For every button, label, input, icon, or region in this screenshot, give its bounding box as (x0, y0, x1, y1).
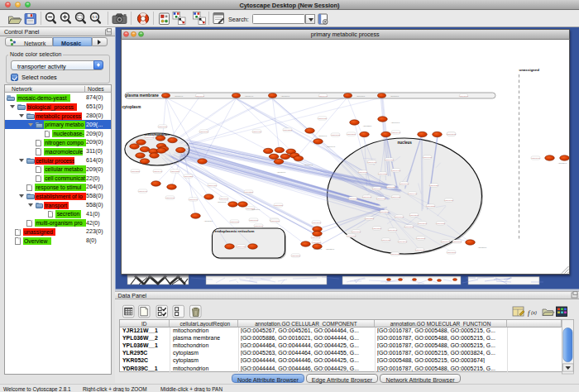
svg-text:(x): (x) (531, 310, 537, 315)
svg-text:1:1: 1:1 (92, 15, 98, 19)
